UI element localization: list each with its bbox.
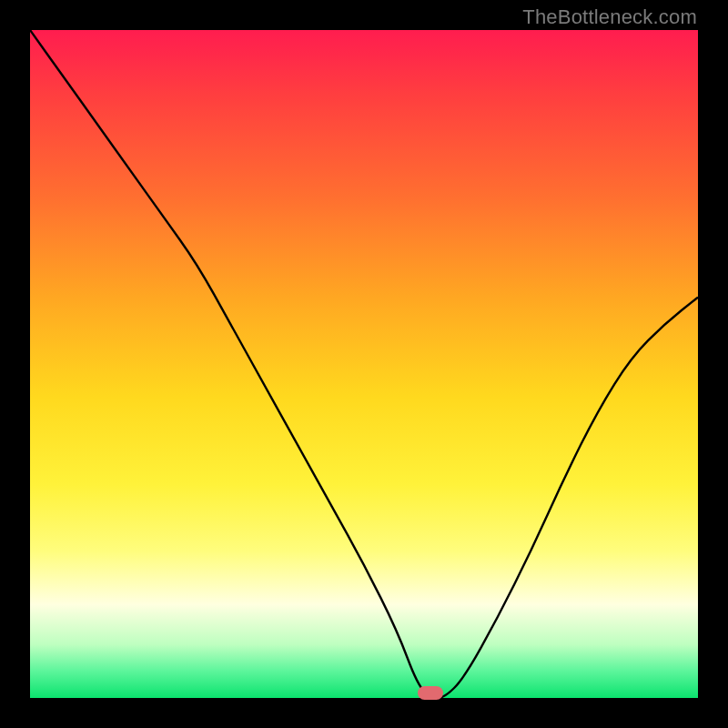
chart-plot-area: [30, 30, 698, 698]
optimum-marker: [418, 686, 443, 700]
bottleneck-curve: [30, 30, 698, 698]
watermark-text: TheBottleneck.com: [522, 5, 697, 29]
curve-path: [30, 30, 698, 698]
chart-frame: TheBottleneck.com: [0, 0, 728, 728]
